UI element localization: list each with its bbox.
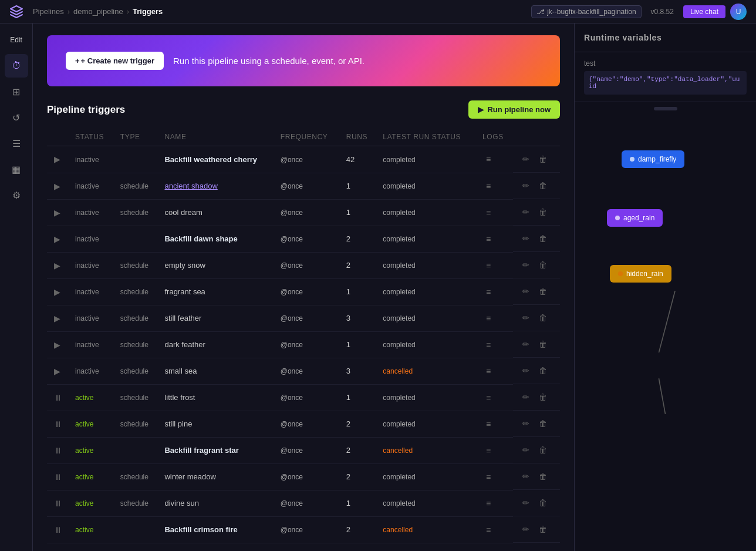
delete-trigger-button[interactable]: 🗑 <box>535 549 551 551</box>
user-avatar[interactable]: U <box>730 4 747 20</box>
delete-trigger-button[interactable]: 🗑 <box>535 416 551 431</box>
delete-trigger-button[interactable]: 🗑 <box>535 205 551 219</box>
sidebar-item-settings[interactable]: ⚙ <box>5 183 28 207</box>
play-button[interactable]: ▶ <box>53 260 62 271</box>
logs-button[interactable]: ≡ <box>482 417 494 431</box>
sidebar-item-grid[interactable]: ⊞ <box>5 80 28 103</box>
settings-icon: ⚙ <box>12 190 21 201</box>
play-button[interactable]: ▶ <box>53 180 62 192</box>
pause-button[interactable]: ⏸ <box>53 418 63 430</box>
delete-trigger-button[interactable]: 🗑 <box>535 231 551 246</box>
edit-trigger-button[interactable]: ✏ <box>519 205 533 219</box>
play-button[interactable]: ▶ <box>53 207 62 219</box>
node-label-damp-firefly: damp_firefly <box>638 155 676 163</box>
pause-button[interactable]: ⏸ <box>53 392 63 404</box>
edit-trigger-button[interactable]: ✏ <box>519 522 533 536</box>
run-status-label: completed <box>383 156 415 164</box>
sidebar-item-list[interactable]: ☰ <box>5 132 28 155</box>
delete-trigger-button[interactable]: 🗑 <box>535 469 551 483</box>
plus-icon: + <box>75 56 80 65</box>
logs-button[interactable]: ≡ <box>482 496 494 510</box>
branch-icon: ⎇ <box>536 8 545 16</box>
node-damp-firefly[interactable]: damp_firefly <box>622 150 684 168</box>
edit-trigger-button[interactable]: ✏ <box>519 284 533 298</box>
logs-button[interactable]: ≡ <box>482 444 494 458</box>
edit-trigger-button[interactable]: ✏ <box>519 337 533 351</box>
table-row: ▶inactiveschedulesmall sea@once3cancelle… <box>47 358 560 384</box>
logs-button[interactable]: ≡ <box>482 285 494 299</box>
edit-trigger-button[interactable]: ✏ <box>519 311 533 325</box>
edit-trigger-button[interactable]: ✏ <box>519 469 533 483</box>
status-badge: active <box>75 473 93 481</box>
logs-button[interactable]: ≡ <box>482 206 494 220</box>
logs-button[interactable]: ≡ <box>482 232 494 246</box>
trigger-name[interactable]: ancient shadow <box>164 182 217 190</box>
logs-button[interactable]: ≡ <box>482 391 494 405</box>
logs-button[interactable]: ≡ <box>482 549 494 552</box>
run-pipeline-button[interactable]: ▶ Run pipeline now <box>468 100 560 119</box>
pause-button[interactable]: ⏸ <box>53 445 63 456</box>
edit-trigger-button[interactable]: ✏ <box>519 231 533 246</box>
sidebar-edit-button[interactable]: Edit <box>5 28 28 52</box>
status-badge: active <box>75 394 93 402</box>
edit-trigger-button[interactable]: ✏ <box>519 443 533 457</box>
play-button[interactable]: ▶ <box>53 365 62 377</box>
sidebar: Edit ⏱ ⊞ ↺ ☰ ▦ ⚙ <box>0 23 33 551</box>
table-row: ▶inactiveBackfill weathered cherry@once4… <box>47 146 560 173</box>
delete-trigger-button[interactable]: 🗑 <box>535 284 551 298</box>
sidebar-item-chart[interactable]: ▦ <box>5 157 28 181</box>
play-button[interactable]: ▶ <box>53 153 62 165</box>
logs-button[interactable]: ≡ <box>482 179 494 193</box>
logs-button[interactable]: ≡ <box>482 258 494 273</box>
delete-trigger-button[interactable]: 🗑 <box>535 364 551 378</box>
create-trigger-button[interactable]: + + Create new trigger <box>66 52 164 70</box>
status-badge: active <box>75 446 93 455</box>
play-button[interactable]: ▶ <box>53 313 62 324</box>
play-button[interactable]: ▶ <box>53 233 62 245</box>
pause-button[interactable]: ⏸ <box>53 524 63 536</box>
live-chat-button[interactable]: Live chat <box>683 5 725 18</box>
edit-trigger-button[interactable]: ✏ <box>519 416 533 431</box>
edit-trigger-button[interactable]: ✏ <box>519 496 533 510</box>
delete-trigger-button[interactable]: 🗑 <box>535 522 551 536</box>
branch-badge[interactable]: ⎇ jk--bugfix-backfill_pagination <box>531 5 641 18</box>
grid-icon: ⊞ <box>12 86 20 98</box>
delete-trigger-button[interactable]: 🗑 <box>535 390 551 404</box>
edit-trigger-button[interactable]: ✏ <box>519 258 533 272</box>
edit-trigger-button[interactable]: ✏ <box>519 390 533 404</box>
sidebar-item-triggers[interactable]: ⏱ <box>5 54 28 78</box>
edit-trigger-button[interactable]: ✏ <box>519 549 533 551</box>
sidebar-item-refresh[interactable]: ↺ <box>5 106 28 129</box>
logs-button[interactable]: ≡ <box>482 364 494 378</box>
node-hidden-rain[interactable]: hidden_rain <box>610 265 671 283</box>
edit-trigger-button[interactable]: ✏ <box>519 179 533 193</box>
play-button[interactable]: ▶ <box>53 339 62 351</box>
edit-trigger-button[interactable]: ✏ <box>519 364 533 378</box>
delete-trigger-button[interactable]: 🗑 <box>535 152 551 166</box>
node-aged-rain[interactable]: aged_rain <box>607 209 663 227</box>
chart-icon: ▦ <box>12 164 21 175</box>
delete-trigger-button[interactable]: 🗑 <box>535 311 551 325</box>
pause-button[interactable]: ⏸ <box>53 471 63 483</box>
banner-text: Run this pipeline using a schedule, even… <box>173 56 365 66</box>
play-button[interactable]: ▶ <box>53 286 62 298</box>
right-panel-title: Runtime variables <box>575 23 756 52</box>
node-dot-yellow <box>618 271 623 276</box>
breadcrumb-demo-pipeline[interactable]: demo_pipeline <box>73 7 123 16</box>
col-status: Status <box>69 128 114 146</box>
scrollbar-indicator <box>654 107 677 110</box>
logs-button[interactable]: ≡ <box>482 470 494 484</box>
pause-button[interactable]: ⏸ <box>53 498 63 509</box>
type-label: schedule <box>120 367 148 375</box>
delete-trigger-button[interactable]: 🗑 <box>535 496 551 510</box>
logs-button[interactable]: ≡ <box>482 523 494 537</box>
delete-trigger-button[interactable]: 🗑 <box>535 337 551 351</box>
logs-button[interactable]: ≡ <box>482 311 494 325</box>
logs-button[interactable]: ≡ <box>482 338 494 352</box>
edit-trigger-button[interactable]: ✏ <box>519 152 533 166</box>
delete-trigger-button[interactable]: 🗑 <box>535 443 551 457</box>
logs-button[interactable]: ≡ <box>482 152 494 166</box>
breadcrumb-pipelines[interactable]: Pipelines <box>33 7 64 16</box>
delete-trigger-button[interactable]: 🗑 <box>535 179 551 193</box>
delete-trigger-button[interactable]: 🗑 <box>535 258 551 272</box>
